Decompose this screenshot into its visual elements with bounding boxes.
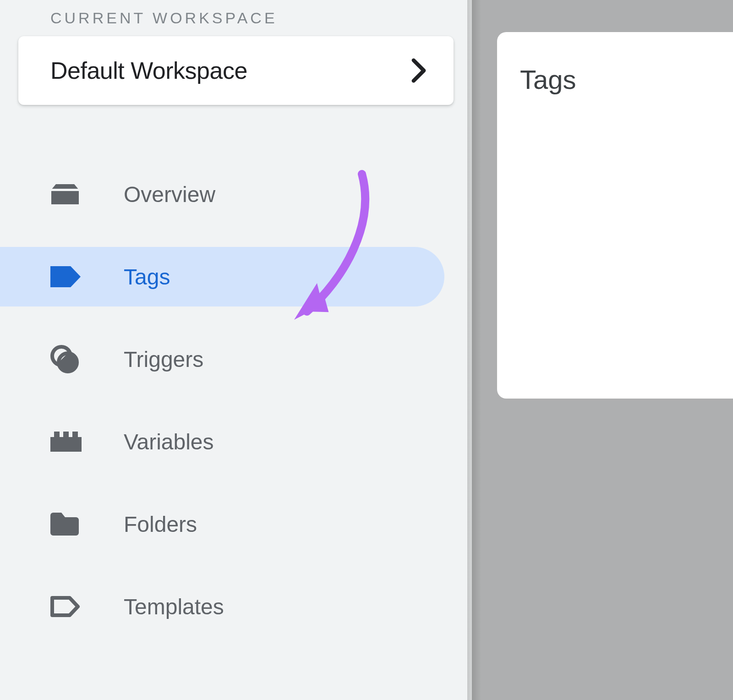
sidebar-item-label: Tags [124,264,170,290]
folder-icon [50,513,82,536]
sidebar-item-folders[interactable]: Folders [0,494,444,554]
overlap-circles-icon [50,345,82,373]
sidebar: CURRENT WORKSPACE Default Workspace Over… [0,0,472,700]
sidebar-item-label: Folders [124,512,197,537]
sidebar-item-variables[interactable]: Variables [0,412,444,471]
svg-rect-5 [63,432,69,437]
brick-icon [50,432,82,452]
sidebar-item-overview[interactable]: Overview [0,164,444,224]
chevron-right-icon [410,58,427,83]
modal-overlay: Tags [472,0,733,700]
svg-rect-0 [51,189,79,191]
svg-rect-6 [72,432,78,437]
panel-title: Tags [520,64,712,95]
sidebar-item-tags[interactable]: Tags [0,247,444,306]
tag-icon [50,266,82,287]
sidebar-item-triggers[interactable]: Triggers [0,329,444,389]
workspace-section-header: CURRENT WORKSPACE [0,9,472,27]
sidebar-item-label: Overview [124,182,215,207]
workspace-name: Default Workspace [50,57,247,84]
svg-rect-4 [54,432,60,437]
sidebar-nav: Overview Tags Triggers [0,164,472,636]
sidebar-item-templates[interactable]: Templates [0,577,444,636]
svg-rect-3 [50,437,82,452]
workspace-selector[interactable]: Default Workspace [18,36,454,105]
tags-panel: Tags [497,32,733,399]
sidebar-item-label: Templates [124,594,224,619]
inbox-icon [50,182,82,206]
sidebar-item-label: Variables [124,429,214,454]
tag-outline-icon [50,596,82,617]
sidebar-item-label: Triggers [124,347,203,372]
